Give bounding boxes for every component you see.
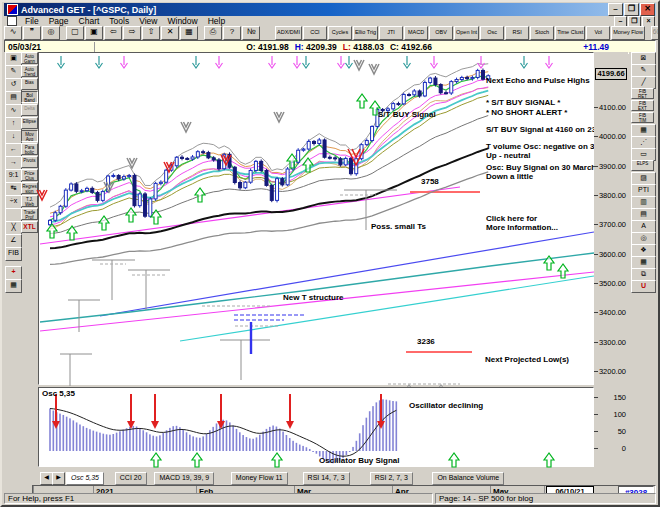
scroll-down-icon[interactable]: ↓ <box>5 130 22 144</box>
sidebar-tool-para-bolic[interactable]: Parabolic <box>21 143 38 155</box>
study-button-vol[interactable]: Vol <box>586 26 610 40</box>
print-icon[interactable]: ⎙ <box>204 26 222 40</box>
help-icon[interactable]: ? <box>223 26 241 40</box>
sidebar-tool-auto-trend[interactable]: AutoTrend <box>21 65 38 77</box>
delete-icon[interactable]: ✕ <box>161 26 179 40</box>
update-button[interactable]: U <box>631 280 656 293</box>
open-value: 4191.98 <box>258 42 289 52</box>
sidebar-tool-t-j-web[interactable]: T.J.Web <box>21 195 38 207</box>
menu-window[interactable]: Window <box>162 16 202 26</box>
sidebar-tool-bias[interactable]: Bias <box>21 78 38 90</box>
tab-rsi-14-7-3[interactable]: RSI 14, 7, 3 <box>303 472 350 485</box>
fib-time-button[interactable]: FIB TIM <box>631 112 654 123</box>
last-price-box: 4199.66 <box>595 68 627 80</box>
context-help-icon[interactable]: № <box>242 26 260 40</box>
restore-button[interactable]: ❐ <box>624 3 639 16</box>
study-button-cci[interactable]: CCI <box>303 26 327 40</box>
chart-window-icon[interactable]: ▦ <box>180 26 198 40</box>
child-window-icon[interactable] <box>7 16 17 26</box>
sidebar-tool-trade-prof[interactable]: TradeProf <box>21 208 38 220</box>
date-field[interactable]: 05/03/21 <box>5 42 95 52</box>
menu-file[interactable]: File <box>20 16 44 26</box>
menu-page[interactable]: Page <box>44 16 74 26</box>
sidebar-tool-mov-avg[interactable]: MovAvg <box>21 130 38 142</box>
study-button-open-int[interactable]: Open Int <box>454 26 479 40</box>
study-button-money-flow[interactable]: Money Flow <box>611 26 645 40</box>
save-page-icon[interactable]: ▣ <box>85 26 103 40</box>
study-button-adx-dmi[interactable]: ADX/DMI <box>275 26 302 40</box>
tab-scroll-right[interactable]: ▶ <box>52 472 65 485</box>
sidebar-tool-xtl[interactable]: XTL <box>21 221 38 233</box>
title-bar[interactable]: Advanced GET - [^GSPC, Daily] – ❐ ✕ <box>4 3 656 16</box>
sidebar-tool-price-clus[interactable]: PriceClus <box>21 169 38 181</box>
refresh-icon[interactable]: ⇧ <box>142 26 160 40</box>
page-forward-icon[interactable]: ⇨ <box>123 26 141 40</box>
expand-icon[interactable]: ↹ <box>5 182 22 196</box>
chart-annotation: S/T BUY Signal <box>378 110 436 119</box>
study-button-jti[interactable]: JTI <box>379 26 403 40</box>
study-button-rsi[interactable]: RSI <box>505 26 529 40</box>
scroll-up-icon[interactable]: ↑ <box>5 117 22 131</box>
timeframe-60-minute[interactable]: 60 Minute <box>651 26 660 40</box>
study-button-ellio-trig[interactable]: Ellio Trig <box>353 26 378 40</box>
price-tick-mark <box>594 107 598 108</box>
study-button-cycles[interactable]: Cycles <box>328 26 352 40</box>
menu-help[interactable]: Help <box>203 16 230 26</box>
new-page-icon[interactable]: ▢ <box>66 26 84 40</box>
price-chart-panel[interactable]: S/T BUY Signal3758Poss. small TsNew T st… <box>38 52 594 385</box>
quotes-icon[interactable]: ❞ <box>23 26 41 40</box>
sidebar-tool-ellipse[interactable]: Ellipse <box>21 117 38 129</box>
child-minimize-button[interactable]: – <box>614 16 627 27</box>
zoom-icon[interactable]: ◎ <box>42 26 60 40</box>
tab-osc-5-35[interactable]: Osc 5,35 <box>66 472 104 485</box>
elliott-wave-icon[interactable]: ∿ <box>5 104 22 118</box>
more-information-link[interactable]: More Information... <box>486 223 558 232</box>
gann-angles-icon[interactable]: ∠ <box>5 234 22 248</box>
study-button-obv[interactable]: OBV <box>429 26 453 40</box>
menu-tools[interactable]: Tools <box>104 16 134 26</box>
price-tick-label: 3900.00 <box>599 162 626 171</box>
menu-chart[interactable]: Chart <box>74 16 105 26</box>
compress-icon[interactable]: ÷x <box>5 195 22 209</box>
price-tick-label: 3600.00 <box>599 250 626 259</box>
sidebar-tool-delta[interactable]: Delta <box>21 104 38 116</box>
lines-icon[interactable]: ╳ <box>5 221 22 235</box>
oscillator-panel[interactable]: Osc 5,35Oscillator decliningOscillator B… <box>38 387 594 467</box>
tab-cci-20[interactable]: CCI 20 <box>115 472 147 485</box>
tab-rsi-2-7-3[interactable]: RSI 2, 7, 3 <box>370 472 413 485</box>
drag-reset-icon[interactable]: ↺ <box>5 78 22 92</box>
close-value: 4192.66 <box>401 42 432 52</box>
close-button[interactable]: ✕ <box>640 3 655 16</box>
study-button-time-clust[interactable]: Time Clust <box>555 26 585 40</box>
fib-extension-button[interactable]: FIB EXT <box>631 100 654 111</box>
tab-money-flow-11[interactable]: Money Flow 11 <box>231 472 288 485</box>
menu-view[interactable]: View <box>134 16 162 26</box>
study-icon[interactable]: ▤ <box>5 91 22 105</box>
tab-macd-19-39-9[interactable]: MACD 19, 39, 9 <box>154 472 214 485</box>
more-information-link[interactable]: Click here for <box>486 214 537 223</box>
blank-button[interactable] <box>5 208 22 222</box>
child-close-button[interactable]: × <box>642 16 655 27</box>
ellipse-button[interactable]: ELPS <box>631 160 654 171</box>
sidebar-tool-bol-band[interactable]: BolBand <box>21 91 38 103</box>
fib-button[interactable]: FIB <box>5 247 22 261</box>
study-button-osc[interactable]: Osc <box>480 26 504 40</box>
page-back-icon[interactable]: ⇦ <box>104 26 122 40</box>
link-icon[interactable]: ∿ <box>4 26 22 40</box>
minimize-button[interactable]: – <box>608 3 623 16</box>
open-chart-icon[interactable]: ▣ <box>5 52 22 66</box>
study-button-stoch[interactable]: Stoch <box>530 26 554 40</box>
sidebar-tool-auto-gann[interactable]: AutoGann <box>21 52 38 64</box>
tab-on-balance-volume[interactable]: On Balance Volume <box>432 472 504 485</box>
child-restore-button[interactable]: ❐ <box>628 16 641 27</box>
scroll-right-icon[interactable]: → <box>5 156 22 170</box>
sidebar-tool-regres-sion[interactable]: Regression <box>21 182 38 194</box>
fib-retracement-button[interactable]: FIB RET <box>631 88 654 99</box>
stamp-icon[interactable]: ▦ <box>5 279 22 293</box>
sidebar-tool-pivots[interactable]: Pivots <box>21 156 38 168</box>
scroll-left-icon[interactable]: ← <box>5 143 22 157</box>
edit-icon[interactable]: ✎ <box>5 65 22 79</box>
study-button-macd[interactable]: MACD <box>404 26 428 40</box>
ratio-button[interactable]: 9:1 <box>5 169 22 183</box>
crosshair-icon[interactable]: + <box>5 266 22 280</box>
